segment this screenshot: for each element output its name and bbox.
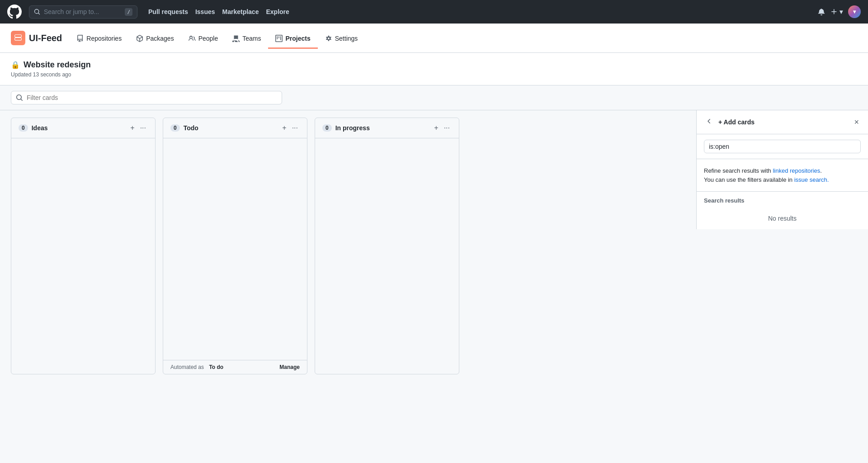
panel-header: + Add cards ×: [697, 110, 868, 134]
column-todo: 0 Todo + ··· Automated as To do Manage: [163, 118, 307, 374]
project-title: Website redesign: [24, 60, 91, 70]
panel-close-button[interactable]: ×: [852, 116, 861, 128]
search-bar[interactable]: Search or jump to... /: [29, 5, 137, 19]
tab-teams-label: Teams: [242, 35, 261, 42]
avatar-label: ▾: [853, 9, 856, 15]
notifications-button[interactable]: [818, 8, 825, 15]
column-in-progress-actions: + ···: [432, 123, 452, 132]
filter-bar: [0, 85, 868, 110]
column-in-progress-body: [315, 138, 459, 374]
filter-search-icon: [16, 94, 23, 101]
back-chevron-icon: [706, 118, 713, 125]
teams-icon: [232, 35, 240, 42]
search-icon: [34, 9, 40, 15]
panel-results-header: Search results: [697, 192, 868, 208]
topnav-pull-requests[interactable]: Pull requests: [148, 8, 188, 15]
bell-icon: [818, 8, 825, 15]
org-name: UI-Feed: [29, 33, 62, 43]
tab-projects[interactable]: Projects: [268, 28, 317, 49]
tab-teams[interactable]: Teams: [225, 28, 268, 49]
column-in-progress-header: 0 In progress + ···: [315, 118, 459, 138]
filter-input-wrapper[interactable]: [11, 91, 282, 104]
tab-projects-label: Projects: [285, 35, 310, 42]
tab-packages-label: Packages: [146, 35, 174, 42]
org-tabs: Repositories Packages People Teams Proje…: [69, 28, 365, 49]
avatar[interactable]: ▾: [848, 5, 861, 18]
column-todo-body: [163, 138, 307, 360]
people-icon: [189, 35, 196, 42]
column-in-progress-menu[interactable]: ···: [442, 123, 452, 132]
topnav-links: Pull requests Issues Marketplace Explore: [148, 8, 289, 15]
plus-icon: [830, 8, 838, 15]
search-shortcut: /: [125, 8, 132, 16]
panel-back-button[interactable]: [704, 116, 715, 128]
automated-label: Automated as: [170, 364, 204, 370]
column-ideas-count: 0: [19, 124, 28, 132]
panel-info2-prefix: You can use the filters available in: [704, 176, 794, 183]
org-navigation: UI-Feed Repositories Packages People Tea…: [0, 24, 868, 53]
column-todo-add[interactable]: +: [280, 123, 288, 132]
project-title-row: 🔒 Website redesign: [11, 60, 91, 70]
repo-icon: [76, 35, 84, 42]
project-updated: Updated 13 seconds ago: [11, 71, 71, 78]
panel-info: Refine search results with linked reposi…: [697, 159, 868, 192]
org-brand: UI-Feed: [11, 24, 62, 52]
settings-icon: [325, 35, 332, 42]
tab-people[interactable]: People: [181, 28, 226, 49]
board-scroll-area: 0 Ideas + ··· 0 Todo + ···: [0, 110, 696, 382]
search-placeholder: Search or jump to...: [44, 8, 99, 15]
filter-cards-input[interactable]: [27, 94, 277, 101]
github-logo[interactable]: [7, 5, 22, 19]
add-cards-panel: + Add cards × Refine search results with…: [696, 110, 868, 229]
column-ideas: 0 Ideas + ···: [11, 118, 156, 374]
panel-info-period: .: [820, 167, 822, 174]
tab-repositories-label: Repositories: [86, 35, 122, 42]
issue-search-link[interactable]: issue search.: [794, 176, 829, 183]
column-ideas-title: Ideas: [32, 124, 125, 132]
column-ideas-actions: + ···: [128, 123, 148, 132]
column-ideas-body: [11, 138, 155, 374]
column-todo-menu[interactable]: ···: [290, 123, 300, 132]
topnav-explore[interactable]: Explore: [266, 8, 289, 15]
column-ideas-menu[interactable]: ···: [138, 123, 148, 132]
package-icon: [136, 35, 143, 42]
tab-people-label: People: [198, 35, 218, 42]
column-in-progress: 0 In progress + ···: [315, 118, 459, 374]
panel-search[interactable]: [697, 134, 868, 159]
panel-no-results: No results: [697, 208, 868, 229]
column-in-progress-title: In progress: [335, 124, 429, 132]
new-button[interactable]: ▾: [830, 8, 843, 15]
lock-icon: 🔒: [11, 61, 20, 69]
new-button-chevron: ▾: [840, 8, 843, 15]
topnav-right: ▾ ▾: [818, 5, 861, 18]
panel-title: + Add cards: [718, 118, 849, 126]
column-ideas-header: 0 Ideas + ···: [11, 118, 155, 138]
column-in-progress-count: 0: [322, 124, 332, 132]
automated-value: To do: [209, 364, 223, 370]
column-todo-title: Todo: [184, 124, 277, 132]
board-inner: 0 Ideas + ··· 0 Todo + ···: [0, 110, 696, 382]
panel-search-input[interactable]: [704, 140, 861, 153]
board-wrapper: 0 Ideas + ··· 0 Todo + ···: [0, 110, 868, 382]
column-todo-actions: + ···: [280, 123, 300, 132]
column-in-progress-add[interactable]: +: [432, 123, 440, 132]
top-navigation: Search or jump to... / Pull requests Iss…: [0, 0, 868, 24]
column-todo-footer: Automated as To do Manage: [163, 360, 307, 374]
tab-settings[interactable]: Settings: [318, 28, 365, 49]
column-todo-count: 0: [170, 124, 180, 132]
topnav-issues[interactable]: Issues: [195, 8, 215, 15]
project-header: 🔒 Website redesign Updated 13 seconds ag…: [0, 53, 868, 85]
topnav-marketplace[interactable]: Marketplace: [222, 8, 259, 15]
linked-repositories-link[interactable]: linked repositories: [773, 167, 820, 174]
tab-repositories[interactable]: Repositories: [69, 28, 129, 49]
column-ideas-add[interactable]: +: [128, 123, 136, 132]
column-todo-header: 0 Todo + ···: [163, 118, 307, 138]
panel-info-prefix: Refine search results with: [704, 167, 773, 174]
org-icon: [11, 31, 25, 45]
tab-packages[interactable]: Packages: [129, 28, 181, 49]
tab-settings-label: Settings: [335, 35, 358, 42]
projects-icon: [275, 35, 283, 42]
manage-link[interactable]: Manage: [279, 364, 300, 370]
